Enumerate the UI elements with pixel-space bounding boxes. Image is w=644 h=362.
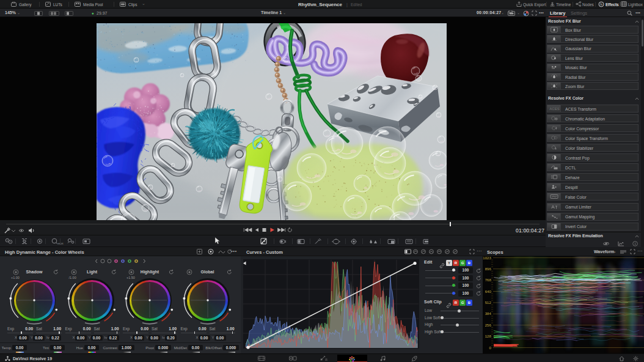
svg-text:640: 640: [485, 289, 492, 294]
svg-text:ACES: ACES: [549, 107, 559, 111]
svg-text:fx: fx: [600, 2, 602, 6]
svg-text:768: 768: [485, 278, 492, 282]
svg-text:256: 256: [485, 323, 492, 327]
svg-text:384: 384: [485, 311, 492, 316]
svg-text:1023: 1023: [483, 256, 491, 260]
svg-text:896: 896: [485, 267, 492, 271]
svg-text:0: 0: [489, 345, 492, 350]
svg-text:HDR: HDR: [58, 242, 64, 245]
svg-text:128: 128: [485, 334, 492, 338]
svg-text:512: 512: [485, 300, 492, 305]
